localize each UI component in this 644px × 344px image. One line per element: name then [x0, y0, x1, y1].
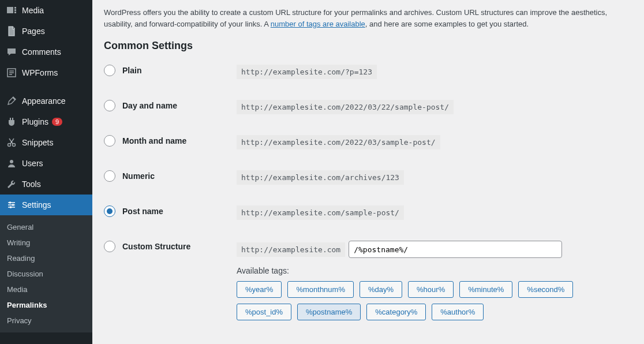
tags-help-link[interactable]: number of tags are available [271, 20, 365, 28]
plugins-icon [6, 116, 17, 128]
tag-post-id[interactable]: %post_id% [237, 304, 291, 320]
submenu-writing[interactable]: Writing [0, 235, 92, 250]
svg-rect-13 [12, 204, 14, 206]
sidebar-item-wpforms[interactable]: WPForms [0, 62, 92, 83]
custom-prefix: http://examplesite.com [237, 242, 345, 257]
radio-day-name[interactable] [104, 100, 115, 111]
tag-postname[interactable]: %postname% [297, 304, 361, 320]
sidebar-item-users[interactable]: Users [0, 153, 92, 174]
snippets-icon [6, 137, 17, 148]
plugins-update-badge: 9 [52, 118, 62, 126]
example-day-name: http://examplesite.com/2022/03/22/sample… [237, 100, 454, 114]
comments-icon [6, 46, 17, 58]
users-icon [6, 158, 17, 169]
radio-numeric[interactable] [104, 170, 115, 182]
submenu-discussion[interactable]: Discussion [0, 266, 92, 282]
svg-rect-12 [9, 202, 11, 204]
custom-structure-input[interactable] [349, 241, 562, 258]
option-label-custom: Custom Structure [122, 242, 190, 251]
svg-point-5 [13, 144, 16, 147]
tag-day[interactable]: %day% [360, 281, 402, 298]
tag-category[interactable]: %category% [366, 304, 426, 320]
submenu-general[interactable]: General [0, 219, 92, 235]
wpforms-icon [6, 67, 17, 78]
svg-rect-14 [10, 207, 12, 208]
example-plain: http://examplesite.com/?p=123 [237, 65, 377, 79]
admin-sidebar: Media Pages Comments WPForms Appearance … [0, 0, 92, 344]
tag-author[interactable]: %author% [432, 304, 484, 320]
tag-second[interactable]: %second% [518, 281, 573, 298]
radio-month-name[interactable] [104, 135, 115, 147]
menu-label: Media [22, 6, 44, 15]
tag-minute[interactable]: %minute% [459, 281, 512, 298]
example-numeric: http://examplesite.com/archives/123 [237, 170, 404, 185]
menu-label: WPForms [22, 68, 58, 77]
appearance-icon [6, 95, 17, 107]
menu-label: Snippets [22, 138, 53, 147]
sidebar-item-plugins[interactable]: Plugins 9 [0, 111, 92, 132]
submenu-media[interactable]: Media [0, 282, 92, 297]
common-settings-heading: Common Settings [104, 40, 632, 52]
example-post-name: http://examplesite.com/sample-post/ [237, 205, 404, 220]
svg-point-4 [8, 144, 11, 147]
submenu-privacy[interactable]: Privacy [0, 313, 92, 328]
submenu-reading[interactable]: Reading [0, 250, 92, 266]
menu-label: Pages [22, 27, 45, 36]
settings-icon [6, 199, 17, 211]
example-month-name: http://examplesite.com/2022/03/sample-po… [237, 135, 440, 149]
sidebar-item-pages[interactable]: Pages [0, 21, 92, 42]
option-label-month-name: Month and name [122, 136, 186, 145]
menu-label: Plugins [22, 117, 48, 126]
tag-monthnum[interactable]: %monthnum% [287, 281, 354, 298]
settings-submenu: General Writing Reading Discussion Media… [0, 215, 92, 332]
sidebar-item-snippets[interactable]: Snippets [0, 132, 92, 153]
available-tags: %year% %monthnum% %day% %hour% %minute% … [237, 281, 632, 320]
submenu-permalinks[interactable]: Permalinks [0, 297, 92, 313]
sidebar-item-tools[interactable]: Tools [0, 174, 92, 195]
menu-label: Settings [22, 200, 51, 210]
media-icon [6, 5, 17, 16]
tools-icon [6, 178, 17, 190]
radio-plain[interactable] [104, 65, 115, 76]
radio-custom[interactable] [104, 241, 115, 252]
menu-label: Users [22, 159, 43, 168]
pages-icon [6, 25, 17, 37]
option-label-numeric: Numeric [122, 171, 155, 181]
sidebar-item-appearance[interactable]: Appearance [0, 90, 92, 111]
sidebar-item-settings[interactable]: Settings [0, 195, 92, 215]
tag-year[interactable]: %year% [237, 281, 282, 298]
option-label-day-name: Day and name [122, 101, 177, 110]
menu-label: Comments [22, 47, 61, 57]
option-label-post-name: Post name [122, 207, 163, 216]
menu-label: Appearance [22, 96, 66, 106]
radio-post-name[interactable] [104, 205, 115, 217]
sidebar-item-comments[interactable]: Comments [0, 42, 92, 62]
main-content: WordPress offers you the ability to crea… [92, 0, 644, 344]
menu-label: Tools [22, 180, 41, 189]
option-label-plain: Plain [122, 66, 141, 75]
svg-point-8 [10, 160, 13, 163]
available-tags-label: Available tags: [237, 266, 632, 275]
tag-hour[interactable]: %hour% [408, 281, 454, 298]
sidebar-item-media[interactable]: Media [0, 0, 92, 21]
page-description: WordPress offers you the ability to crea… [104, 7, 632, 29]
